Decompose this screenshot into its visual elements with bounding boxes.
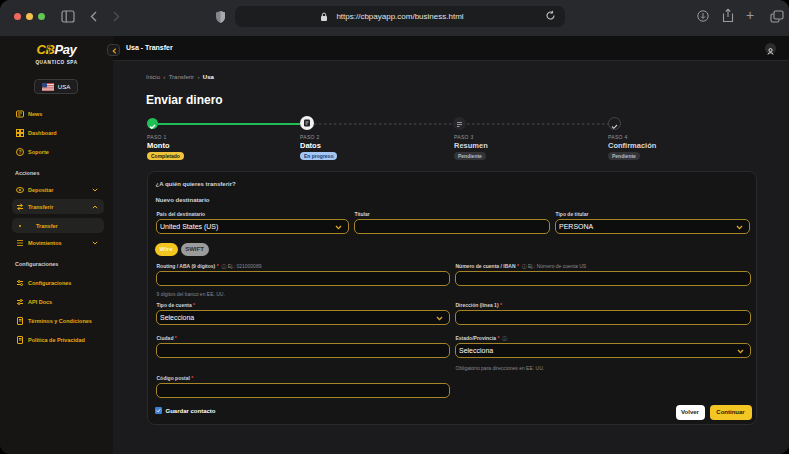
svg-text:?: ? bbox=[18, 149, 21, 155]
